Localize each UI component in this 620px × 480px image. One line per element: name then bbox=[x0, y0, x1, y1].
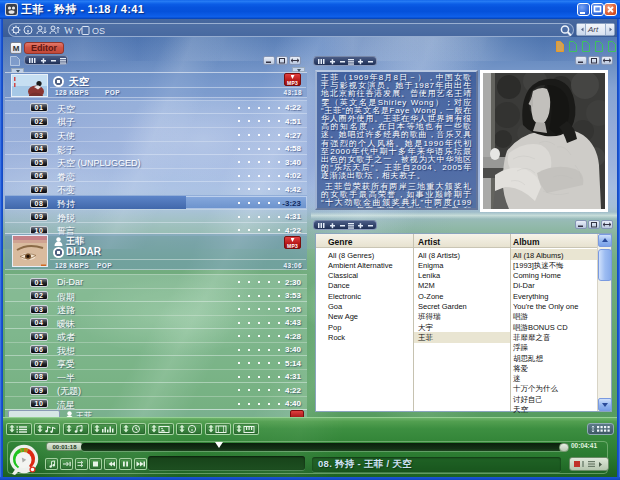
svg-text:Y: Y bbox=[76, 26, 82, 36]
svg-text:OS: OS bbox=[92, 26, 105, 36]
svg-text:W: W bbox=[64, 25, 74, 36]
